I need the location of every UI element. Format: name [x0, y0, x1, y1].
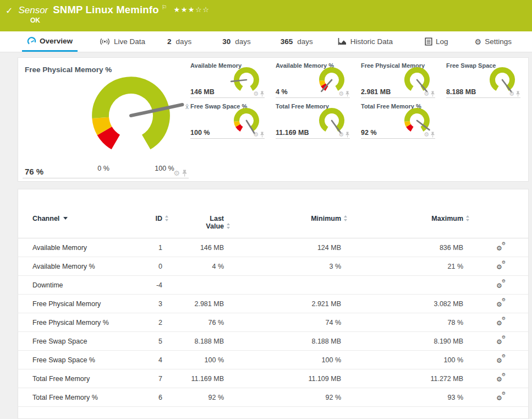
channel-settings-icon[interactable]: ⚙⚙	[496, 242, 506, 251]
gear-icon[interactable]: ⚙	[253, 132, 259, 138]
channel-id: 2	[130, 319, 162, 327]
channel-id: 4	[130, 356, 162, 364]
channel-name: Free Physical Memory	[32, 300, 130, 308]
gauge-tile-total-free-memory-pct[interactable]: Total Free Memory % 92 % ⚙	[361, 103, 435, 139]
column-header-minimum[interactable]: Minimum	[224, 215, 341, 222]
main-gauge-tile[interactable]: Free Physical Memory % x̄ 0 % 100 % 76 %…	[23, 61, 189, 178]
prtg-sensor-page: ✓ Sensor SNMP Linux Meminfo ⚐ ★★★☆☆ OK O…	[0, 0, 532, 419]
pin-icon[interactable]	[430, 132, 435, 138]
gauge-tile-available-memory[interactable]: Available Memory 146 MB ⚙	[190, 62, 265, 98]
gauge-value: 8.188 MB	[446, 88, 476, 96]
channel-name: Downtime	[32, 281, 130, 289]
small-gauge	[403, 66, 431, 94]
minimum-value: 100 %	[224, 356, 341, 364]
tile-actions: ⚙	[253, 91, 265, 97]
tile-actions: ⚙	[424, 132, 435, 138]
channel-id: 7	[130, 375, 162, 383]
channel-settings-icon[interactable]: ⚙⚙	[496, 336, 506, 345]
channel-settings-icon[interactable]: ⚙⚙	[496, 355, 506, 363]
channel-settings-icon[interactable]: ⚙⚙	[496, 317, 506, 326]
gauge-tile-free-physical-memory[interactable]: Free Physical Memory 2.981 MB ⚙	[361, 62, 435, 98]
channel-name: Available Memory	[32, 244, 130, 252]
tab-label: Historic Data	[350, 37, 393, 46]
channel-settings-icon[interactable]: ⚙⚙	[496, 373, 506, 382]
small-gauge	[403, 107, 431, 134]
pin-icon[interactable]	[260, 91, 265, 97]
last-value: 76 %	[162, 319, 224, 327]
maximum-value: 93 %	[341, 394, 463, 401]
channel-settings-icon[interactable]: ⚙⚙	[496, 298, 506, 307]
tab-overview[interactable]: Overview	[22, 31, 78, 52]
gauges-panel: Free Physical Memory % x̄ 0 % 100 % 76 %…	[18, 57, 529, 182]
gear-icon[interactable]: ⚙	[424, 132, 429, 138]
stars-filled[interactable]: ★★★	[174, 6, 195, 14]
last-value: 8.188 MB	[162, 338, 224, 345]
tab-live-data[interactable]: Live Data	[94, 31, 150, 52]
tile-actions: ⚙	[424, 91, 435, 97]
last-value: 100 %	[162, 356, 224, 364]
gear-icon[interactable]: ⚙	[338, 132, 344, 138]
last-value: 146 MB	[162, 244, 224, 252]
tab-label-number: 365	[281, 37, 293, 46]
gear-icon[interactable]: ⚙	[338, 91, 344, 97]
maximum-value: 3.082 MB	[341, 300, 463, 308]
column-header-maximum[interactable]: Maximum	[341, 215, 463, 222]
column-header-id[interactable]: ID	[130, 215, 162, 222]
channel-id: 3	[130, 300, 162, 308]
gauge-tile-available-memory-pct[interactable]: Available Memory % 4 % ⚙	[276, 62, 350, 98]
main-gauge-title: Free Physical Memory %	[25, 66, 112, 74]
pin-icon[interactable]	[260, 132, 265, 138]
gear-icon[interactable]: ⚙	[253, 91, 259, 97]
minimum-value: 92 %	[224, 394, 341, 401]
channel-table-panel: Channel ID Last Value Minimum Maximum Av…	[18, 189, 529, 419]
column-label: Minimum	[311, 215, 341, 222]
sort-desc-icon	[63, 217, 68, 220]
pin-icon[interactable]	[430, 91, 435, 97]
tab-2-days[interactable]: 2 days	[162, 31, 196, 52]
gear-icon[interactable]: ⚙	[173, 170, 180, 177]
sensor-kind-label: Sensor	[18, 5, 48, 16]
sensor-status-badge: OK	[30, 17, 40, 24]
tile-actions: ⚙	[173, 170, 188, 177]
tab-365-days[interactable]: 365 days	[276, 31, 318, 52]
gauge-tile-free-swap-space[interactable]: Free Swap Space 8.188 MB ⚙	[446, 62, 520, 98]
channel-name: Available Memory %	[32, 263, 130, 270]
gauge-value: 100 %	[190, 129, 210, 137]
sort-icon	[226, 223, 231, 229]
tab-30-days[interactable]: 30 days	[217, 31, 256, 52]
last-value: 11.169 MB	[162, 375, 224, 383]
tab-settings[interactable]: ⚙ Settings	[470, 31, 517, 52]
priority-stars[interactable]: ★★★☆☆	[174, 6, 210, 14]
minimum-value: 8.188 MB	[224, 338, 341, 345]
channel-name: Total Free Memory	[32, 375, 130, 383]
channel-settings-icon[interactable]: ⚙⚙	[496, 261, 506, 270]
gauge-scale-min: 0 %	[90, 165, 117, 172]
pin-icon[interactable]	[345, 91, 350, 97]
tab-historic-data[interactable]: Historic Data	[332, 31, 398, 52]
small-gauge	[318, 107, 345, 134]
column-header-channel[interactable]: Channel	[32, 215, 130, 222]
sensor-name: SNMP Linux Meminfo	[53, 4, 158, 16]
channel-settings-icon[interactable]: ⚙⚙	[496, 392, 506, 401]
gear-icon[interactable]: ⚙	[509, 91, 514, 97]
maximum-value: 100 %	[341, 356, 463, 364]
column-label: Last Value	[200, 215, 224, 230]
small-gauge	[233, 66, 260, 94]
log-icon	[425, 37, 432, 46]
table-row: Total Free Memory 7 11.169 MB 11.109 MB …	[18, 369, 528, 388]
gear-icon[interactable]: ⚙	[424, 91, 429, 97]
table-row: Total Free Memory % 6 92 % 92 % 93 % ⚙⚙	[18, 388, 528, 407]
channel-settings-icon[interactable]: ⚙⚙	[496, 280, 506, 289]
gauge-tile-total-free-memory[interactable]: Total Free Memory 11.169 MB ⚙	[276, 103, 350, 139]
table-row: Available Memory 1 146 MB 124 MB 836 MB …	[18, 238, 528, 257]
tab-log[interactable]: Log	[420, 31, 453, 52]
stars-empty[interactable]: ☆☆	[195, 6, 210, 14]
favorite-flag-icon[interactable]: ⚐	[162, 4, 167, 11]
channel-id: 6	[130, 394, 162, 401]
column-header-last-value[interactable]: Last Value	[162, 215, 224, 230]
pin-icon[interactable]	[182, 170, 188, 177]
pin-icon[interactable]	[345, 132, 350, 138]
pin-icon[interactable]	[515, 91, 520, 97]
tile-actions: ⚙	[338, 132, 350, 138]
gauge-tile-free-swap-space-pct[interactable]: Free Swap Space % 100 % ⚙	[190, 103, 265, 139]
